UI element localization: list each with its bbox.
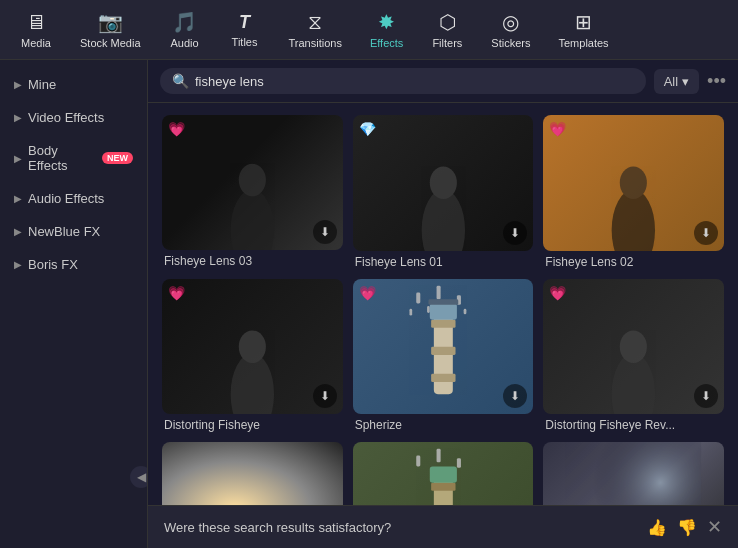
transitions-icon: ⧖ <box>308 11 322 34</box>
chevron-video-effects: ▶ <box>14 112 22 123</box>
stock-media-icon: 📷 <box>98 10 123 34</box>
sidebar-mine-label: Mine <box>28 77 56 92</box>
list-item[interactable]: 💗 ⬇ Fisheye Lens 02 <box>543 115 724 269</box>
list-item[interactable]: 💗 ⬇ Spherize <box>353 279 534 433</box>
feedback-buttons: 👍 👎 ✕ <box>647 516 722 538</box>
filters-icon: ⬡ <box>439 10 456 34</box>
sidebar-body-effects-label: Body Effects <box>28 143 96 173</box>
download-icon[interactable]: ⬇ <box>313 384 337 408</box>
chevron-boris-fx: ▶ <box>14 259 22 270</box>
svg-rect-19 <box>429 303 456 319</box>
body-effects-badge: NEW <box>102 152 133 164</box>
heart-icon: 💗 <box>549 285 566 301</box>
heart-icon: 💗 <box>549 121 566 137</box>
chevron-newblue-fx: ▶ <box>14 226 22 237</box>
download-icon[interactable]: ⬇ <box>694 221 718 245</box>
feedback-bar: Were these search results satisfactory? … <box>148 505 738 548</box>
chevron-audio-effects: ▶ <box>14 193 22 204</box>
media-icon: 🖥 <box>26 11 46 34</box>
download-icon[interactable]: ⬇ <box>503 221 527 245</box>
svg-rect-9 <box>436 285 440 299</box>
item-label: Distorting Fisheye Rev... <box>543 418 724 432</box>
more-options-button[interactable]: ••• <box>707 71 726 92</box>
svg-point-5 <box>620 166 647 199</box>
sidebar-item-video-effects[interactable]: ▶ Video Effects <box>0 101 147 134</box>
list-item[interactable]: ⬇ Lens Flare 3 <box>543 442 724 505</box>
svg-rect-20 <box>428 299 458 304</box>
nav-audio[interactable]: 🎵 Audio <box>159 6 211 53</box>
thumbnail-fisheye-03: 💗 ⬇ <box>162 115 343 250</box>
sidebar-collapse-btn[interactable]: ◀ <box>130 466 148 488</box>
sidebar-item-audio-effects[interactable]: ▶ Audio Effects <box>0 182 147 215</box>
search-icon: 🔍 <box>172 73 189 89</box>
chevron-body-effects: ▶ <box>14 153 22 164</box>
nav-effects[interactable]: ✸ Effects <box>360 6 413 53</box>
list-item[interactable]: 💗 ⬇ Fisheye Lens 03 <box>162 115 343 269</box>
sidebar-newblue-fx-label: NewBlue FX <box>28 224 100 239</box>
nav-titles[interactable]: T Titles <box>219 8 271 52</box>
svg-rect-16 <box>431 319 455 327</box>
filter-label: All <box>664 74 678 89</box>
nav-stock-media-label: Stock Media <box>80 37 141 49</box>
sidebar-boris-fx-label: Boris FX <box>28 257 78 272</box>
thumbnail-distorting-fisheye: 💗 ⬇ <box>162 279 343 414</box>
thumbnail-lens-flare3: ⬇ <box>543 442 724 505</box>
sidebar-audio-effects-label: Audio Effects <box>28 191 104 206</box>
nav-titles-label: Titles <box>232 36 258 48</box>
list-item[interactable]: 💗 ⬇ Distorting Fisheye <box>162 279 343 433</box>
thumbnail-fisheye-01: 💎 ⬇ <box>353 115 534 251</box>
nav-transitions-label: Transitions <box>289 37 342 49</box>
thumbs-up-button[interactable]: 👍 <box>647 518 667 537</box>
svg-rect-14 <box>463 308 466 313</box>
item-label: Distorting Fisheye <box>162 418 343 432</box>
thumbs-down-button[interactable]: 👎 <box>677 518 697 537</box>
nav-transitions[interactable]: ⧖ Transitions <box>279 7 352 53</box>
effects-grid: 💗 ⬇ Fisheye Lens 03 💎 ⬇ Fisheye Lens 01 <box>148 103 738 505</box>
nav-media-label: Media <box>21 37 51 49</box>
thumbnail-lens-flare6: ⬇ <box>162 442 343 505</box>
templates-icon: ⊞ <box>575 10 592 34</box>
svg-rect-23 <box>416 456 420 467</box>
nav-templates-label: Templates <box>558 37 608 49</box>
heart-icon: 💗 <box>168 121 185 137</box>
svg-point-1 <box>239 164 266 197</box>
list-item[interactable]: ⬇ Lens Flare6 <box>162 442 343 505</box>
list-item[interactable]: ⬇ Shape Mask <box>353 442 534 505</box>
svg-rect-8 <box>416 292 420 303</box>
feedback-close-button[interactable]: ✕ <box>707 516 722 538</box>
svg-point-0 <box>231 190 274 251</box>
sidebar-item-boris-fx[interactable]: ▶ Boris FX <box>0 248 147 281</box>
svg-point-22 <box>620 330 647 363</box>
nav-templates[interactable]: ⊞ Templates <box>548 6 618 53</box>
download-icon[interactable]: ⬇ <box>313 220 337 244</box>
nav-filters[interactable]: ⬡ Filters <box>421 6 473 53</box>
effects-icon: ✸ <box>378 10 395 34</box>
list-item[interactable]: 💎 ⬇ Fisheye Lens 01 <box>353 115 534 269</box>
item-label: Fisheye Lens 03 <box>162 254 343 268</box>
nav-stickers[interactable]: ◎ Stickers <box>481 6 540 53</box>
item-label: Fisheye Lens 01 <box>353 255 534 269</box>
sidebar-item-newblue-fx[interactable]: ▶ NewBlue FX <box>0 215 147 248</box>
nav-media[interactable]: 🖥 Media <box>10 7 62 53</box>
content-area: 🔍 All ▾ ••• 💗 ⬇ Fishe <box>148 60 738 548</box>
sidebar-item-mine[interactable]: ▶ Mine <box>0 68 147 101</box>
stickers-icon: ◎ <box>502 10 519 34</box>
list-item[interactable]: 💗 ⬇ Distorting Fisheye Rev... <box>543 279 724 433</box>
search-input[interactable] <box>195 74 634 89</box>
top-nav: 🖥 Media 📷 Stock Media 🎵 Audio T Titles ⧖… <box>0 0 738 60</box>
main-area: ▶ Mine ▶ Video Effects ▶ Body Effects NE… <box>0 60 738 548</box>
sidebar: ▶ Mine ▶ Video Effects ▶ Body Effects NE… <box>0 60 148 548</box>
heart-icon: 💗 <box>359 285 376 301</box>
search-input-wrap[interactable]: 🔍 <box>160 68 646 94</box>
sidebar-item-body-effects[interactable]: ▶ Body Effects NEW <box>0 134 147 182</box>
item-label: Fisheye Lens 02 <box>543 255 724 269</box>
svg-point-3 <box>429 166 456 199</box>
nav-stickers-label: Stickers <box>491 37 530 49</box>
titles-icon: T <box>239 12 250 33</box>
feedback-text: Were these search results satisfactory? <box>164 520 391 535</box>
search-bar: 🔍 All ▾ ••• <box>148 60 738 103</box>
filter-dropdown[interactable]: All ▾ <box>654 69 699 94</box>
svg-point-7 <box>239 330 266 363</box>
nav-stock-media[interactable]: 📷 Stock Media <box>70 6 151 53</box>
download-icon[interactable]: ⬇ <box>694 384 718 408</box>
